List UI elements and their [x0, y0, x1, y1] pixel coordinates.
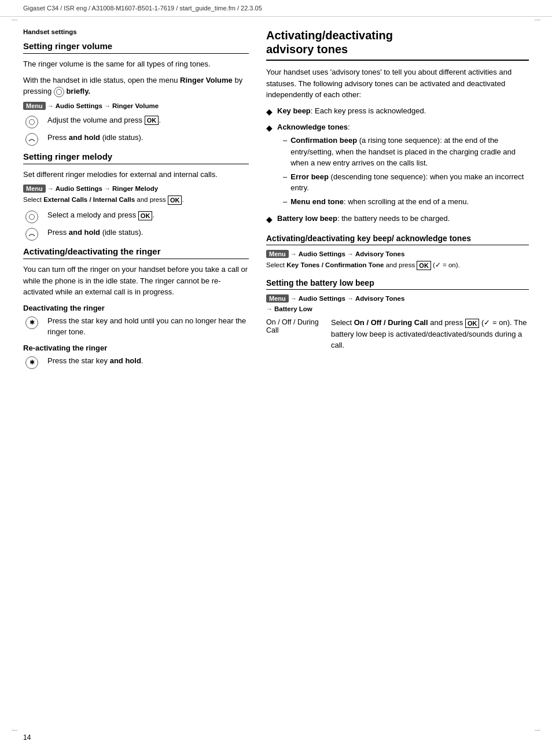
- nav-circle-icon: [25, 116, 38, 128]
- bullet-battery: ◆ Battery low beep: the battery needs to…: [266, 213, 529, 226]
- ringer-volume-heading: Setting ringer volume: [23, 41, 249, 54]
- bat-menu-path: Menu → Audio Settings → Advisory Tones →…: [266, 294, 529, 312]
- page-container: Gigaset C34 / ISR eng / A31008-M1607-B50…: [0, 0, 552, 756]
- confirmation-beep-content: Confirmation beep (a rising tone sequenc…: [290, 135, 529, 169]
- advisory-intro: Your handset uses 'advisory tones' to te…: [266, 67, 529, 101]
- nav-circle-icon2: [25, 211, 38, 223]
- bat-menu-line2: → Battery Low: [266, 305, 529, 312]
- corner-mark-bl: —: [12, 727, 17, 733]
- act-ringer-heading: Activating/deactivating the ringer: [23, 246, 249, 259]
- rv-icon-row1: Adjust the volume and press OK.: [23, 115, 249, 128]
- main-content: Handset settings Setting ringer volume T…: [0, 17, 552, 396]
- key-beep-section-heading: Activating/deactivating key beep/ acknow…: [266, 234, 529, 245]
- rv-para2-text: With the handset in idle status, open th…: [23, 76, 178, 84]
- bat-on-off-label: On / Off / During Call: [266, 318, 324, 334]
- acknowledge-sub-list: – Confirmation beep (a rising tone seque…: [283, 135, 529, 207]
- battery-section-heading: Setting the battery low beep: [266, 278, 529, 290]
- ringer-volume-para2: With the handset in idle status, open th…: [23, 75, 249, 97]
- diamond-icon3: ◆: [266, 213, 273, 226]
- rv-end-icon: [23, 132, 41, 146]
- dash-icon1: –: [283, 135, 287, 146]
- ringer-volume-menu-icon: [54, 87, 64, 97]
- rv-para2-bold: Ringer Volume: [180, 76, 233, 84]
- bullet-key-beep: ◆ Key beep: Each key press is acknowledg…: [266, 105, 529, 118]
- key-beep-bold: Key beep: [277, 106, 311, 115]
- ringer-volume-para1: The ringer volume is the same for all ty…: [23, 58, 249, 70]
- diamond-icon2: ◆: [266, 122, 273, 134]
- page-number: 14: [23, 733, 31, 742]
- corner-mark-tl: —: [12, 16, 17, 23]
- react-star-icon: ✱: [23, 355, 41, 369]
- bat-label-cell: On / Off / During Call: [266, 317, 324, 334]
- sub-bullet-menu-end: – Menu end tone: when scrolling at the e…: [283, 196, 529, 208]
- act-ringer-para1: You can turn off the ringer on your hand…: [23, 264, 249, 298]
- end-call-icon2: [25, 228, 38, 241]
- battery-content: Battery low beep: the battery needs to b…: [277, 213, 529, 224]
- diamond-icon1: ◆: [266, 106, 273, 118]
- kb-menu-tag: Menu: [266, 250, 289, 258]
- left-column: Handset settings Setting ringer volume T…: [23, 28, 249, 373]
- end-call-icon: [25, 133, 38, 146]
- rm-icon-row2: Press and hold (idle status).: [23, 227, 249, 241]
- rm-end-icon: [23, 227, 41, 241]
- star-key-icon: ✱: [25, 316, 38, 329]
- rv-row1-desc: Adjust the volume and press OK.: [47, 115, 249, 126]
- corner-mark-br: —: [535, 727, 540, 733]
- menu-end-tone-content: Menu end tone: when scrolling at the end…: [290, 196, 469, 208]
- rv-menu-tag: Menu: [23, 102, 46, 110]
- rv-menu-path: Menu → Audio Settings → Ringer Volume: [23, 102, 249, 110]
- dash-icon3: –: [283, 196, 287, 208]
- acknowledge-bold: Acknowledge tones: [277, 123, 348, 131]
- rm-icon-row1: Select a melody and press OK.: [23, 209, 249, 223]
- corner-mark-tr: —: [535, 16, 540, 23]
- sub-bullet-confirmation: – Confirmation beep (a rising tone seque…: [283, 135, 529, 169]
- bat-menu-tag: Menu: [266, 294, 289, 303]
- rv-para2-last: briefly.: [66, 87, 90, 95]
- rm-row2-desc: Press and hold (idle status).: [47, 227, 249, 238]
- kb-ok-box: OK: [417, 261, 431, 270]
- advisory-tones-heading: Activating/deactivating advisory tones: [266, 28, 529, 61]
- bullet-acknowledge: ◆ Acknowledge tones: – Confirmation beep…: [266, 121, 529, 210]
- rm-menu-path: Menu → Audio Settings → Ringer Melody Se…: [23, 185, 249, 205]
- advisory-bullet-list: ◆ Key beep: Each key press is acknowledg…: [266, 105, 529, 226]
- rv-nav-icon: [23, 115, 41, 128]
- kb-menu-line2: Select Key Tones / Confirmation Tone and…: [266, 261, 529, 270]
- react-row-desc: Press the star key and hold.: [47, 355, 249, 367]
- key-beep-content: Key beep: Each key press is acknowledged…: [277, 105, 529, 117]
- key-beep-text: : Each key press is acknowledged.: [311, 106, 426, 115]
- rm-menu-tag: Menu: [23, 185, 46, 193]
- dash-icon2: –: [283, 171, 287, 183]
- kb-menu-path: Menu → Audio Settings → Advisory Tones S…: [266, 250, 529, 270]
- deactivating-heading: Deactivating the ringer: [23, 304, 249, 312]
- deact-row-desc: Press the star key and hold until you ca…: [47, 315, 249, 338]
- rm-row1-desc: Select a melody and press OK.: [47, 209, 249, 221]
- rm-ok-box2: OK: [138, 211, 153, 220]
- bat-row-desc: Select On / Off / During Call and press …: [331, 317, 529, 351]
- rv-icon-row2: Press and hold (idle status).: [23, 132, 249, 146]
- right-column: Activating/deactivating advisory tones Y…: [266, 28, 529, 373]
- ringer-melody-para1: Set different ringer melodies for extern…: [23, 169, 249, 180]
- bat-icon-row: On / Off / During Call Select On / Off /…: [266, 317, 529, 351]
- rm-nav-icon: [23, 209, 41, 223]
- ringer-melody-heading: Setting ringer melody: [23, 152, 249, 164]
- rm-ok-box: OK: [168, 196, 182, 205]
- deact-icon-row: ✱ Press the star key and hold until you …: [23, 315, 249, 338]
- page-header: Gigaset C34 / ISR eng / A31008-M1607-B50…: [0, 0, 552, 17]
- react-icon-row: ✱ Press the star key and hold.: [23, 355, 249, 369]
- rv-ok-box1: OK: [145, 116, 159, 125]
- sub-bullet-error: – Error beep (descending tone sequence):…: [283, 171, 529, 194]
- star-key-icon2: ✱: [25, 356, 38, 369]
- reactivating-heading: Re-activating the ringer: [23, 344, 249, 352]
- handset-settings-label: Handset settings: [23, 28, 249, 35]
- error-beep-content: Error beep (descending tone sequence): w…: [290, 171, 529, 194]
- deact-star-icon: ✱: [23, 315, 41, 329]
- bat-ok-box: OK: [465, 319, 480, 328]
- rv-row2-desc: Press and hold (idle status).: [47, 132, 249, 143]
- acknowledge-content: Acknowledge tones: – Confirmation beep (…: [277, 121, 529, 210]
- header-title: Gigaset C34 / ISR eng / A31008-M1607-B50…: [23, 5, 262, 12]
